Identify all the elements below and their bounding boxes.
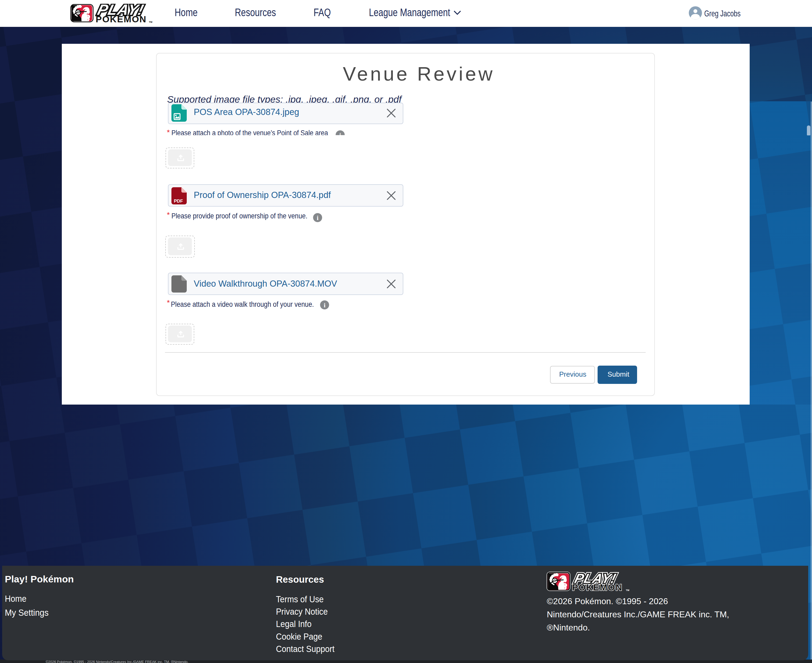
svg-text:TM: TM [626,589,629,592]
svg-text:TM: TM [149,21,152,23]
svg-text:POKÉMON: POKÉMON [95,14,147,24]
svg-text:i: i [340,132,341,135]
svg-text:PDF: PDF [174,199,183,204]
svg-text:i: i [324,302,326,309]
svg-text:POKÉMON: POKÉMON [572,582,623,592]
svg-text:i: i [317,214,319,222]
